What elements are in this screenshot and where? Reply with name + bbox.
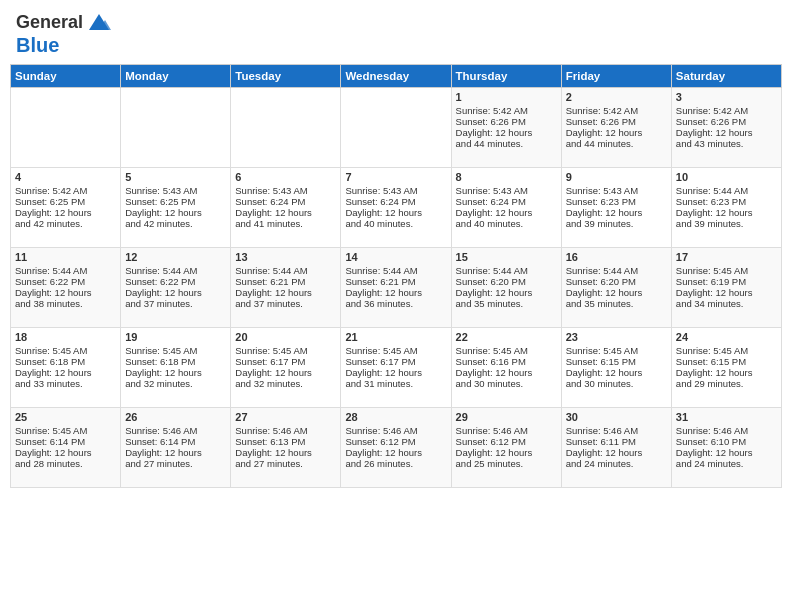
day-info: and 34 minutes. <box>676 298 777 309</box>
day-number: 25 <box>15 411 116 423</box>
day-info: Sunrise: 5:46 AM <box>125 425 226 436</box>
day-info: Sunset: 6:21 PM <box>235 276 336 287</box>
calendar-cell-0-3 <box>341 88 451 168</box>
day-info: Daylight: 12 hours <box>235 447 336 458</box>
calendar-cell-1-0: 4Sunrise: 5:42 AMSunset: 6:25 PMDaylight… <box>11 168 121 248</box>
day-info: Sunset: 6:13 PM <box>235 436 336 447</box>
day-number: 27 <box>235 411 336 423</box>
day-number: 3 <box>676 91 777 103</box>
day-info: and 39 minutes. <box>566 218 667 229</box>
day-number: 1 <box>456 91 557 103</box>
day-info: Daylight: 12 hours <box>345 207 446 218</box>
day-info: Sunrise: 5:45 AM <box>125 345 226 356</box>
day-info: Daylight: 12 hours <box>566 207 667 218</box>
day-info: Sunrise: 5:45 AM <box>345 345 446 356</box>
day-header-tuesday: Tuesday <box>231 65 341 88</box>
day-info: Sunset: 6:15 PM <box>566 356 667 367</box>
day-info: Daylight: 12 hours <box>456 367 557 378</box>
day-info: Daylight: 12 hours <box>125 207 226 218</box>
day-info: Daylight: 12 hours <box>676 287 777 298</box>
calendar-cell-2-1: 12Sunrise: 5:44 AMSunset: 6:22 PMDayligh… <box>121 248 231 328</box>
day-info: Daylight: 12 hours <box>235 287 336 298</box>
day-info: Sunrise: 5:44 AM <box>15 265 116 276</box>
day-info: Sunset: 6:22 PM <box>125 276 226 287</box>
day-info: Sunset: 6:24 PM <box>235 196 336 207</box>
day-number: 9 <box>566 171 667 183</box>
day-info: Sunset: 6:23 PM <box>566 196 667 207</box>
day-info: and 26 minutes. <box>345 458 446 469</box>
day-number: 24 <box>676 331 777 343</box>
day-info: Sunrise: 5:44 AM <box>676 185 777 196</box>
day-info: Sunset: 6:20 PM <box>456 276 557 287</box>
day-info: Daylight: 12 hours <box>566 447 667 458</box>
day-info: and 35 minutes. <box>566 298 667 309</box>
day-info: and 32 minutes. <box>125 378 226 389</box>
day-number: 19 <box>125 331 226 343</box>
day-info: Sunset: 6:15 PM <box>676 356 777 367</box>
calendar-cell-4-2: 27Sunrise: 5:46 AMSunset: 6:13 PMDayligh… <box>231 408 341 488</box>
day-info: Sunrise: 5:46 AM <box>235 425 336 436</box>
day-info: and 37 minutes. <box>235 298 336 309</box>
day-number: 13 <box>235 251 336 263</box>
day-number: 15 <box>456 251 557 263</box>
day-info: and 27 minutes. <box>235 458 336 469</box>
day-info: Sunrise: 5:45 AM <box>566 345 667 356</box>
day-info: and 44 minutes. <box>456 138 557 149</box>
logo-blue: Blue <box>16 34 59 56</box>
calendar-cell-1-3: 7Sunrise: 5:43 AMSunset: 6:24 PMDaylight… <box>341 168 451 248</box>
calendar-cell-4-6: 31Sunrise: 5:46 AMSunset: 6:10 PMDayligh… <box>671 408 781 488</box>
calendar-cell-2-6: 17Sunrise: 5:45 AMSunset: 6:19 PMDayligh… <box>671 248 781 328</box>
day-info: Sunset: 6:23 PM <box>676 196 777 207</box>
day-number: 21 <box>345 331 446 343</box>
day-info: Daylight: 12 hours <box>566 367 667 378</box>
day-info: Sunrise: 5:46 AM <box>566 425 667 436</box>
day-info: and 42 minutes. <box>125 218 226 229</box>
day-info: Daylight: 12 hours <box>15 287 116 298</box>
day-header-saturday: Saturday <box>671 65 781 88</box>
calendar-cell-2-2: 13Sunrise: 5:44 AMSunset: 6:21 PMDayligh… <box>231 248 341 328</box>
day-info: Sunrise: 5:45 AM <box>235 345 336 356</box>
day-number: 4 <box>15 171 116 183</box>
day-number: 6 <box>235 171 336 183</box>
day-info: Sunrise: 5:45 AM <box>676 265 777 276</box>
day-header-sunday: Sunday <box>11 65 121 88</box>
day-info: and 40 minutes. <box>345 218 446 229</box>
day-info: Daylight: 12 hours <box>345 367 446 378</box>
calendar-week-0: 1Sunrise: 5:42 AMSunset: 6:26 PMDaylight… <box>11 88 782 168</box>
day-info: and 33 minutes. <box>15 378 116 389</box>
day-info: and 32 minutes. <box>235 378 336 389</box>
day-info: Daylight: 12 hours <box>456 127 557 138</box>
calendar-cell-3-6: 24Sunrise: 5:45 AMSunset: 6:15 PMDayligh… <box>671 328 781 408</box>
day-info: Sunset: 6:18 PM <box>15 356 116 367</box>
calendar-cell-3-0: 18Sunrise: 5:45 AMSunset: 6:18 PMDayligh… <box>11 328 121 408</box>
day-info: Daylight: 12 hours <box>456 287 557 298</box>
day-number: 11 <box>15 251 116 263</box>
day-info: Sunrise: 5:43 AM <box>235 185 336 196</box>
day-info: Sunrise: 5:43 AM <box>566 185 667 196</box>
calendar-header-row: SundayMondayTuesdayWednesdayThursdayFrid… <box>11 65 782 88</box>
calendar-cell-1-6: 10Sunrise: 5:44 AMSunset: 6:23 PMDayligh… <box>671 168 781 248</box>
day-number: 28 <box>345 411 446 423</box>
day-header-monday: Monday <box>121 65 231 88</box>
day-info: and 40 minutes. <box>456 218 557 229</box>
day-info: Sunset: 6:20 PM <box>566 276 667 287</box>
day-info: and 31 minutes. <box>345 378 446 389</box>
day-info: Daylight: 12 hours <box>566 127 667 138</box>
day-info: Sunset: 6:26 PM <box>676 116 777 127</box>
day-info: Daylight: 12 hours <box>15 367 116 378</box>
day-number: 22 <box>456 331 557 343</box>
logo: General Blue <box>16 12 113 56</box>
calendar-cell-4-4: 29Sunrise: 5:46 AMSunset: 6:12 PMDayligh… <box>451 408 561 488</box>
day-number: 26 <box>125 411 226 423</box>
day-info: Sunset: 6:10 PM <box>676 436 777 447</box>
day-header-thursday: Thursday <box>451 65 561 88</box>
calendar-cell-0-5: 2Sunrise: 5:42 AMSunset: 6:26 PMDaylight… <box>561 88 671 168</box>
day-info: Sunset: 6:24 PM <box>345 196 446 207</box>
day-info: Sunset: 6:22 PM <box>15 276 116 287</box>
day-info: Daylight: 12 hours <box>566 287 667 298</box>
logo-general: General <box>16 13 83 33</box>
day-info: Sunrise: 5:44 AM <box>456 265 557 276</box>
day-info: Daylight: 12 hours <box>235 207 336 218</box>
calendar-cell-1-4: 8Sunrise: 5:43 AMSunset: 6:24 PMDaylight… <box>451 168 561 248</box>
day-number: 8 <box>456 171 557 183</box>
